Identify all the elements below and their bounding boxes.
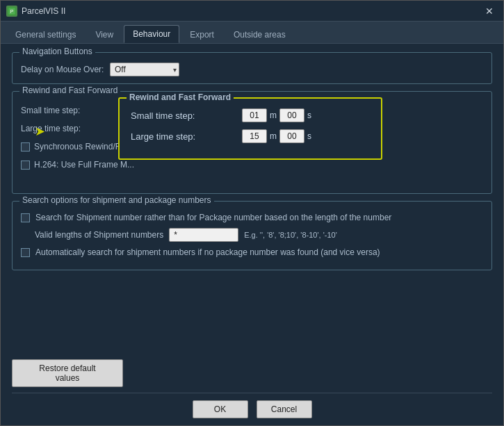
- small-seconds-input[interactable]: [279, 108, 304, 122]
- large-time-bg-label: Large time step:: [21, 121, 81, 136]
- rewind-highlight-legend: Rewind and Fast Forward: [127, 92, 234, 102]
- sync-label: Synchronous Rewind/Fa...: [34, 139, 132, 154]
- ok-button[interactable]: OK: [193, 400, 248, 418]
- lengths-row: Valid lengths of Shipment numbers E.g. '…: [21, 228, 483, 242]
- dialog-button-row: OK Cancel: [12, 393, 492, 418]
- window-title: ParcelVIS II: [22, 6, 65, 16]
- title-bar-left: P ParcelVIS II: [6, 6, 65, 17]
- delay-dropdown[interactable]: Off 1s 2s 3s: [110, 63, 179, 76]
- auto-search-checkbox[interactable]: [21, 248, 30, 257]
- tab-behaviour[interactable]: Behaviour: [124, 25, 179, 43]
- delay-label: Delay on Mouse Over:: [21, 65, 104, 74]
- small-minutes-input[interactable]: [242, 108, 267, 122]
- search-shipment-label: Search for Shipment number rather than f…: [35, 213, 391, 222]
- delay-dropdown-wrapper: Off 1s 2s 3s ▾: [110, 63, 179, 76]
- sync-checkbox[interactable]: [21, 142, 30, 151]
- h264-checkbox[interactable]: [21, 161, 30, 170]
- tab-export[interactable]: Export: [181, 26, 223, 43]
- auto-search-label: Automatically search for shipment number…: [35, 247, 380, 257]
- nav-section-legend: Navigation Buttons: [19, 47, 95, 56]
- close-button[interactable]: ✕: [481, 4, 498, 18]
- main-content: Navigation Buttons Delay on Mouse Over: …: [1, 44, 503, 352]
- auto-search-row: Automatically search for shipment number…: [21, 247, 483, 257]
- cancel-button[interactable]: Cancel: [257, 400, 312, 418]
- small-time-bg-label: Small time step:: [21, 103, 80, 118]
- large-time-inputs: m s: [242, 129, 311, 143]
- large-m-unit: m: [270, 131, 277, 141]
- small-s-unit: s: [307, 110, 311, 120]
- rewind-section: Rewind and Fast Forward Small time step:…: [12, 91, 492, 194]
- large-seconds-input[interactable]: [279, 129, 304, 143]
- title-bar: P ParcelVIS II ✕: [1, 1, 503, 22]
- tab-outside-areas[interactable]: Outside areas: [225, 26, 295, 43]
- tab-general-settings[interactable]: General settings: [6, 26, 85, 43]
- navigation-buttons-section: Navigation Buttons Delay on Mouse Over: …: [12, 52, 492, 84]
- large-minutes-input[interactable]: [242, 129, 267, 143]
- app-icon: P: [6, 6, 17, 17]
- search-section-legend: Search options for shipment and package …: [19, 195, 214, 205]
- search-shipment-checkbox[interactable]: [21, 213, 30, 222]
- large-time-label: Large time step:: [131, 131, 242, 142]
- restore-defaults-button[interactable]: Restore default values: [12, 359, 123, 387]
- tab-view[interactable]: View: [86, 26, 122, 43]
- tabs-bar: General settings View Behaviour Export O…: [1, 22, 503, 44]
- svg-text:P: P: [10, 9, 14, 14]
- rewind-section-legend: Rewind and Fast Forward: [19, 85, 120, 95]
- search-options-section: Search options for shipment and package …: [12, 201, 492, 270]
- hint-text: E.g. '', '8', '8;10', '8-10', '-10': [244, 231, 337, 239]
- large-time-row: Large time step: m s: [131, 129, 370, 143]
- lengths-input[interactable]: [169, 228, 238, 242]
- small-m-unit: m: [270, 110, 277, 120]
- delay-row: Delay on Mouse Over: Off 1s 2s 3s ▾: [21, 63, 483, 76]
- rewind-highlight-panel: Rewind and Fast Forward Small time step:…: [118, 97, 382, 160]
- small-time-inputs: m s: [242, 108, 311, 122]
- arrow-pointer-icon: ➤: [35, 124, 45, 139]
- small-time-label: Small time step:: [131, 110, 242, 121]
- lengths-label: Valid lengths of Shipment numbers: [35, 230, 163, 240]
- bottom-area: Restore default values OK Cancel: [1, 352, 503, 425]
- large-s-unit: s: [307, 131, 311, 141]
- rewind-area: Small time step: Large time step: Synchr…: [21, 103, 483, 186]
- search-shipment-row: Search for Shipment number rather than f…: [21, 213, 483, 222]
- main-window: P ParcelVIS II ✕ General settings View B…: [0, 0, 504, 426]
- small-time-row: Small time step: m s: [131, 108, 370, 122]
